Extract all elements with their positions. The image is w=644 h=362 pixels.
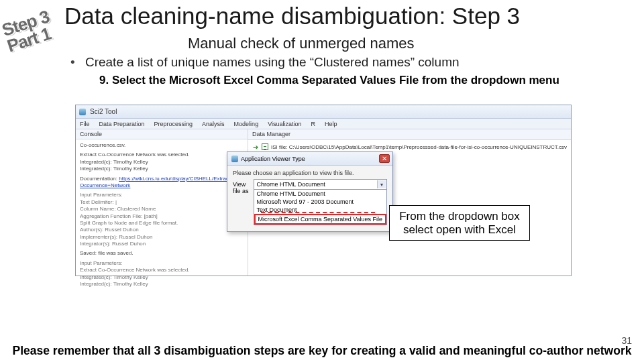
- list-item-highlighted[interactable]: Microsoft Excel Comma Separated Values F…: [254, 214, 386, 225]
- viewer-label: View file as: [233, 179, 250, 194]
- slide: Step 3 Part 1 Data cleaning-name disambi…: [0, 0, 644, 362]
- step9-instruction: 9. Select the Microsoft Excel Comma Sepa…: [99, 74, 559, 87]
- viewer-listbox: Chrome HTML Document Microsoft Word 97 -…: [254, 189, 387, 225]
- console-params2: Input Parameters: Extract Co-Occurrence …: [80, 260, 244, 288]
- chevron-down-icon: ▾: [377, 180, 386, 188]
- menu-help[interactable]: Help: [325, 121, 337, 127]
- window-title: Sci2 Tool: [90, 108, 117, 115]
- dialog-icon: [231, 156, 238, 162]
- list-item[interactable]: Microsoft Word 97 - 2003 Document: [254, 198, 386, 206]
- list-item[interactable]: Chrome HTML Document: [254, 190, 386, 198]
- console-block: Extract Co-Occurrence Network was select…: [80, 152, 244, 172]
- callout-box: From the dropdown box select open with E…: [389, 205, 530, 241]
- menu-modeling[interactable]: Modeling: [234, 121, 259, 127]
- viewer-dialog: Application Viewer Type ✕ Please choose …: [227, 152, 393, 232]
- slide-title: Data cleaning-name disambiguation: Step …: [64, 3, 520, 29]
- footer-note: Please remember that all 3 disambiguatio…: [0, 344, 644, 358]
- menu-r[interactable]: R: [311, 121, 316, 127]
- console-doc: Documentation: https://wiki.cns.iu.edu/d…: [80, 176, 244, 190]
- console-pane: Console Co-occurrence.csv. Extract Co-Oc…: [76, 129, 248, 276]
- dialog-hint: Please choose an application to view thi…: [227, 166, 392, 178]
- combo-selected: Chrome HTML Document: [254, 180, 386, 189]
- menu-analysis[interactable]: Analysis: [202, 121, 225, 127]
- console-params: Input Parameters: Text Delimiter: | Colu…: [80, 192, 244, 247]
- bullet-line: • Create a list of unique names using th…: [70, 55, 460, 70]
- dialog-titlebar: Application Viewer Type: [227, 152, 392, 166]
- menu-file[interactable]: File: [80, 121, 90, 127]
- viewer-combo[interactable]: Chrome HTML Document ▾: [254, 179, 387, 190]
- menu-bar: File Data Preparation Preprocessing Anal…: [76, 119, 571, 129]
- highlight-underline: [261, 212, 375, 213]
- viewer-field: View file as Chrome HTML Document ▾ Chro…: [227, 178, 392, 227]
- table-icon: [262, 143, 268, 150]
- window-titlebar: Sci2 Tool: [76, 105, 571, 119]
- bullet-text: Create a list of unique names using the …: [85, 55, 460, 69]
- menu-data-preparation[interactable]: Data Preparation: [99, 121, 145, 127]
- menu-visualization[interactable]: Visualization: [268, 121, 301, 127]
- close-button[interactable]: ✕: [379, 154, 390, 163]
- bullet-dot-icon: •: [70, 55, 75, 69]
- dialog-title: Application Viewer Type: [241, 156, 305, 162]
- console-line: Co-occurrence.csv.: [80, 142, 244, 149]
- data-manager-tab[interactable]: Data Manager: [248, 129, 571, 140]
- console-tab[interactable]: Console: [76, 129, 248, 139]
- menu-preprocessing[interactable]: Preprocessing: [154, 121, 193, 127]
- console-content: Co-occurrence.csv. Extract Co-Occurrence…: [76, 139, 248, 293]
- console-saved: Saved: file was saved.: [80, 250, 244, 257]
- arrow-icon: ➔: [252, 143, 259, 150]
- slide-subtitle: Manual check of unmerged names: [188, 35, 415, 52]
- dm-row[interactable]: ➔ ISI file: C:\Users\ODBC\15\AppData\Loc…: [252, 143, 567, 151]
- step-stamp: Step 3 Part 1: [0, 8, 56, 54]
- app-icon: [79, 109, 86, 115]
- close-icon: ✕: [382, 155, 387, 162]
